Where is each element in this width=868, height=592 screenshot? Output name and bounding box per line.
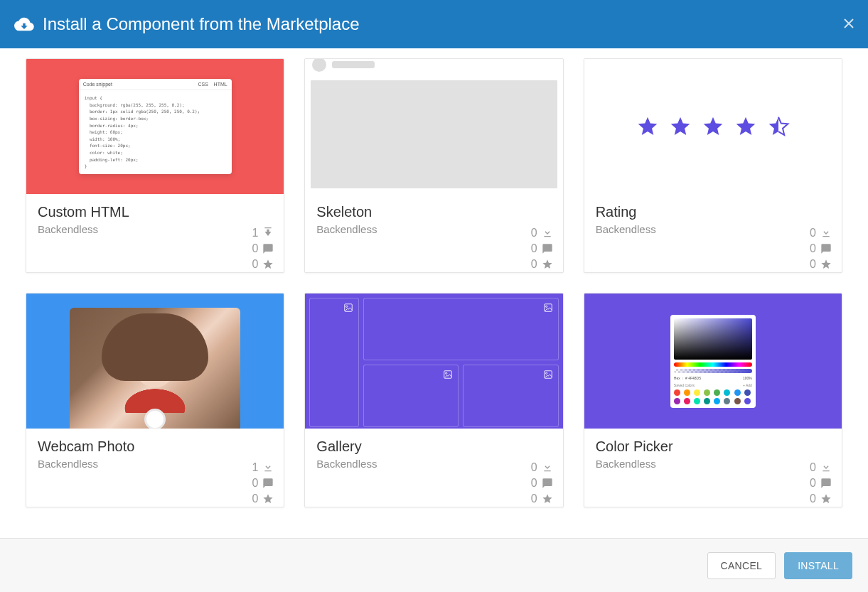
component-stats: 0 0 0 [810,225,832,272]
component-title: Custom HTML [38,204,272,220]
color-gradient [674,318,752,360]
comments-count: 0 [252,475,258,491]
image-icon [343,303,354,313]
stars-count: 0 [531,257,537,272]
component-author: Backendless [596,458,830,470]
component-body: Custom HTML Backendless 1 0 0 [26,194,284,272]
install-button[interactable]: INSTALL [784,552,852,579]
component-title: Webcam Photo [38,438,272,455]
star-filled-icon [702,115,724,138]
component-title: Skeleton [316,204,551,220]
image-icon [442,370,454,380]
opacity-value: 100% [743,376,752,380]
color-swatch [694,398,700,404]
color-swatch [684,398,690,404]
component-stats: 0 0 0 [531,225,553,272]
color-swatch [684,389,690,396]
color-swatch [674,389,680,396]
svg-point-7 [545,372,547,374]
comments-count: 0 [252,241,258,257]
component-thumbnail: Hex | # 4F48D5 100% Saved colors: + Add [584,294,842,429]
star-icon [542,493,553,505]
component-card[interactable]: Skeleton Backendless 0 0 0 [304,58,563,273]
comments-count: 0 [810,475,816,491]
component-stats: 1 0 0 [252,460,274,507]
component-body: Gallery Backendless 0 0 0 [305,429,562,507]
gallery-tile [363,365,459,427]
dialog-title: Install a Component from the Marketplace [43,14,360,34]
color-swatch [704,398,710,404]
component-scroll-area[interactable]: Code snippet CSS HTML input { background… [0,48,868,538]
color-swatches [674,389,752,404]
download-icon [820,227,832,239]
svg-point-5 [446,372,447,374]
colorpicker-preview: Hex | # 4F48D5 100% Saved colors: + Add [670,315,756,408]
snippet-tab-css: CSS [198,82,208,87]
shutter-icon [144,409,166,429]
component-title: Gallery [316,438,551,455]
image-icon [542,303,554,313]
snippet-tab-html: HTML [214,82,227,87]
cancel-button[interactable]: CANCEL [707,552,776,579]
color-swatch [724,389,730,396]
snippet-code: input { background: rgba(255, 255, 255, … [79,90,232,174]
component-body: Webcam Photo Backendless 1 0 0 [26,429,284,507]
code-snippet-preview: Code snippet CSS HTML input { background… [79,79,232,174]
component-card[interactable]: Rating Backendless 0 0 0 [584,58,842,273]
hex-label: Hex [674,376,680,380]
gallery-tile [363,298,558,360]
comments-count: 0 [531,475,537,491]
component-author: Backendless [38,223,272,235]
dialog-footer: CANCEL INSTALL [0,538,868,592]
component-body: Skeleton Backendless 0 0 0 [305,194,562,272]
hex-value: # 4F48D5 [685,376,701,380]
snippet-title: Code snippet [83,82,112,87]
downloads-count: 1 [252,225,258,241]
star-filled-icon [636,115,659,138]
component-body: Color Picker Backendless 0 0 0 [584,429,842,507]
comments-count: 0 [531,241,537,257]
component-body: Rating Backendless 0 0 0 [584,194,842,272]
color-swatch [674,398,680,404]
downloads-count: 0 [531,460,537,475]
component-card[interactable]: Webcam Photo Backendless 1 0 0 [26,293,284,507]
downloads-count: 1 [252,460,258,475]
component-card[interactable]: Hex | # 4F48D5 100% Saved colors: + Add … [584,293,842,507]
skeleton-line [332,61,375,68]
component-stats: 0 0 0 [810,460,832,507]
comment-icon [262,478,274,489]
skeleton-block [311,80,557,188]
download-icon [262,462,274,473]
component-thumbnail [26,294,284,429]
gallery-tile [463,365,558,427]
hue-slider [674,362,752,367]
component-stats: 1 0 0 [252,225,274,272]
star-filled-icon [669,115,692,138]
component-author: Backendless [316,458,551,470]
color-swatch [744,398,751,404]
cloud-download-icon [14,14,34,34]
component-thumbnail: Code snippet CSS HTML input { background… [26,59,284,194]
color-swatch [694,389,700,396]
color-swatch [714,398,720,404]
component-card[interactable]: Gallery Backendless 0 0 0 [304,293,563,507]
image-icon [542,370,554,380]
component-author: Backendless [316,223,551,235]
star-icon [820,259,832,270]
close-icon[interactable] [844,18,854,31]
stars-count: 0 [252,491,258,507]
component-grid: Code snippet CSS HTML input { background… [0,48,868,529]
skeleton-avatar-icon [312,59,326,72]
color-swatch [714,389,720,396]
downloads-count: 0 [810,225,816,241]
component-title: Rating [596,204,830,220]
comment-icon [262,243,274,254]
component-author: Backendless [38,458,272,470]
svg-point-3 [545,306,547,307]
component-card[interactable]: Code snippet CSS HTML input { background… [26,58,284,273]
download-icon [820,462,832,473]
stars-count: 0 [252,257,258,272]
download-icon [542,227,553,239]
download-icon [542,462,553,473]
color-swatch [734,389,741,396]
